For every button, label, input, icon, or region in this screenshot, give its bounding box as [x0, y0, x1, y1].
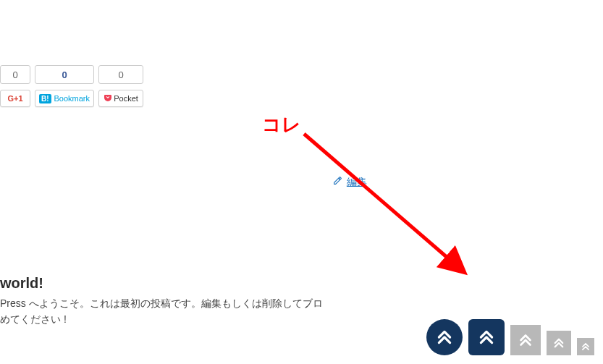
- chevron-up-double-icon: [518, 332, 534, 348]
- gplus-count: 0: [0, 65, 30, 84]
- scroll-top-buttons: [426, 319, 594, 355]
- post-body-line2: めてください !: [0, 313, 67, 325]
- post-body: Press へようこそ。これは最初の投稿です。編集もしくは削除してブロ めてくだ…: [0, 295, 323, 328]
- svg-line-0: [304, 134, 463, 271]
- scroll-top-button-grey-medium[interactable]: [547, 331, 571, 355]
- hatena-count: 0: [35, 65, 94, 84]
- edit-link[interactable]: 編集: [347, 176, 367, 187]
- pocket-label: Pocket: [114, 94, 138, 103]
- post-title: world!: [0, 275, 43, 292]
- share-counts-row: 0 0 0: [0, 65, 143, 84]
- scroll-top-button-grey-large[interactable]: [510, 325, 541, 355]
- scroll-top-button-square-navy[interactable]: [468, 319, 505, 355]
- scroll-top-button-grey-small[interactable]: [577, 338, 594, 355]
- post-body-line1: Press へようこそ。これは最初の投稿です。編集もしくは削除してブロ: [0, 297, 323, 309]
- annotation-text: コレ: [262, 112, 301, 137]
- pocket-count: 0: [98, 65, 143, 84]
- edit-link-wrap: 編集: [333, 176, 367, 189]
- pocket-icon: [104, 93, 112, 103]
- chevron-up-double-icon: [552, 337, 565, 350]
- hatena-label: Bookmark: [54, 94, 90, 103]
- gplus-label: +1: [14, 94, 23, 103]
- pocket-button[interactable]: Pocket: [98, 90, 143, 107]
- hatena-bookmark-button[interactable]: B! Bookmark: [35, 90, 94, 107]
- gplus-icon: G: [7, 94, 14, 103]
- chevron-up-double-icon: [581, 342, 591, 352]
- annotation-arrow-icon: [297, 127, 485, 286]
- share-buttons-row: G+1 B! Bookmark Pocket: [0, 90, 143, 107]
- chevron-up-double-icon: [435, 328, 454, 347]
- edit-icon: [333, 176, 345, 187]
- chevron-up-double-icon: [477, 328, 496, 347]
- google-plus-button[interactable]: G+1: [0, 90, 30, 107]
- scroll-top-button-round[interactable]: [426, 319, 463, 355]
- hatena-icon: B!: [39, 94, 51, 103]
